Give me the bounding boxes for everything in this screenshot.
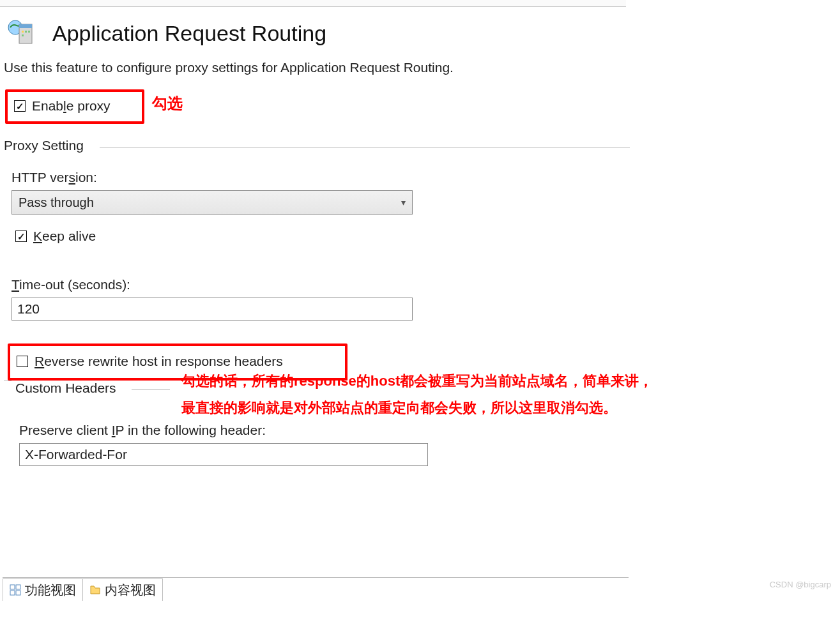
enable-proxy-checkbox[interactable] bbox=[14, 100, 26, 112]
tab-features-label: 功能视图 bbox=[25, 582, 76, 599]
bottom-tab-bar: 功能视图 内容视图 bbox=[3, 577, 629, 601]
watermark: CSDN @bigcarp bbox=[770, 580, 831, 589]
custom-headers-group: Custom Headers 勾选的话，所有的response的host都会被重… bbox=[4, 389, 834, 466]
tab-content-view[interactable]: 内容视图 bbox=[82, 578, 163, 601]
annotation-text-reverse-line2: 最直接的影响就是对外部站点的重定向都会失败，所以这里取消勾选。 bbox=[181, 398, 617, 418]
tab-features-view[interactable]: 功能视图 bbox=[3, 578, 83, 601]
svg-rect-8 bbox=[16, 585, 20, 589]
annotation-text-check: 勾选 bbox=[152, 93, 183, 114]
tab-content-label: 内容视图 bbox=[105, 582, 156, 599]
http-version-combo[interactable]: Pass through ▾ bbox=[11, 190, 413, 215]
annotation-text-reverse-line1: 勾选的话，所有的response的host都会被重写为当前站点域名，简单来讲， bbox=[181, 372, 653, 391]
arr-icon bbox=[6, 18, 37, 49]
timeout-label: Time-out (seconds): bbox=[11, 277, 834, 292]
custom-headers-legend: Custom Headers bbox=[15, 381, 120, 396]
reverse-rewrite-label: Reverse rewrite host in response headers bbox=[34, 354, 283, 369]
svg-rect-5 bbox=[28, 31, 30, 33]
keep-alive-label: Keep alive bbox=[33, 229, 96, 244]
timeout-value: 120 bbox=[17, 301, 40, 317]
preserve-ip-input[interactable]: X-Forwarded-For bbox=[19, 443, 428, 466]
proxy-setting-legend: Proxy Setting bbox=[4, 138, 88, 153]
keep-alive-checkbox[interactable] bbox=[15, 230, 27, 242]
svg-rect-10 bbox=[16, 591, 20, 595]
enable-proxy-checkbox-row[interactable]: Enable proxy bbox=[10, 96, 114, 116]
page-title: Application Request Routing bbox=[52, 21, 326, 46]
http-version-value: Pass through bbox=[19, 195, 94, 210]
svg-rect-7 bbox=[10, 585, 15, 589]
main-content: Application Request Routing Use this fea… bbox=[4, 13, 834, 466]
preserve-ip-value: X-Forwarded-For bbox=[25, 447, 127, 462]
page-description: Use this feature to configure proxy sett… bbox=[4, 60, 834, 75]
top-divider bbox=[0, 0, 626, 7]
page-header: Application Request Routing bbox=[4, 18, 834, 49]
preserve-ip-label: Preserve client IP in the following head… bbox=[19, 423, 834, 438]
reverse-rewrite-checkbox[interactable] bbox=[17, 356, 28, 367]
svg-rect-3 bbox=[22, 31, 24, 33]
reverse-rewrite-checkbox-row[interactable]: Reverse rewrite host in response headers bbox=[13, 351, 287, 372]
svg-rect-2 bbox=[19, 24, 32, 28]
chevron-down-icon: ▾ bbox=[401, 197, 406, 208]
proxy-setting-group: Proxy Setting HTTP version: Pass through… bbox=[4, 147, 834, 383]
keep-alive-checkbox-row[interactable]: Keep alive bbox=[11, 226, 100, 246]
features-view-icon bbox=[10, 584, 21, 596]
timeout-input[interactable]: 120 bbox=[11, 298, 413, 321]
content-view-icon bbox=[89, 584, 101, 596]
http-version-label: HTTP version: bbox=[11, 170, 834, 185]
enable-proxy-label: Enable proxy bbox=[32, 98, 111, 114]
svg-rect-9 bbox=[10, 591, 15, 595]
svg-rect-6 bbox=[22, 34, 24, 36]
svg-rect-4 bbox=[25, 31, 27, 33]
